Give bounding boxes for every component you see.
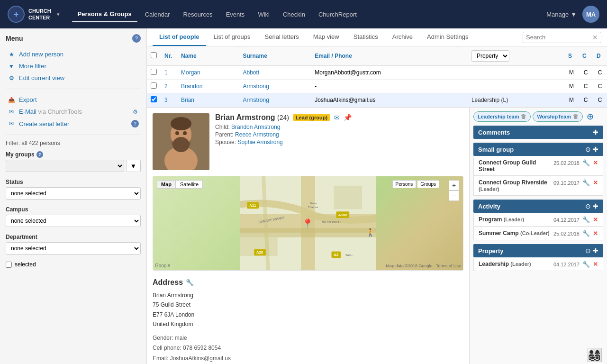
groups-select[interactable] <box>6 160 124 172</box>
nav-persons-groups[interactable]: Persons & Groups <box>72 7 137 22</box>
selected-checkbox[interactable] <box>6 262 12 268</box>
address-wrench-icon[interactable]: 🔧 <box>186 279 194 286</box>
activity-add-icon[interactable]: ✚ <box>593 202 598 210</box>
search-clear-icon[interactable]: ✕ <box>592 34 598 41</box>
department-select[interactable]: none selected <box>6 242 141 255</box>
manage-button[interactable]: Manage ▼ <box>546 11 577 18</box>
row-checkbox[interactable] <box>151 82 157 89</box>
th-email-phone[interactable]: Email / Phone <box>311 46 468 66</box>
svg-point-9 <box>171 117 191 130</box>
persons-btn[interactable]: Persons <box>392 180 417 188</box>
more-filter-menu-item[interactable]: ▼ More filter <box>6 60 141 72</box>
property-collapse-icon[interactable]: ⊙ <box>585 247 591 255</box>
tab-archive[interactable]: Archive <box>386 28 419 46</box>
small-group-panel-section[interactable]: Small group ⊙ ✚ <box>473 143 603 156</box>
row-checkbox[interactable] <box>151 96 157 102</box>
th-surname[interactable]: Surname <box>239 46 311 66</box>
map-btn[interactable]: Map <box>157 180 176 189</box>
property-select[interactable]: Property <box>471 50 509 62</box>
nav-churchreport[interactable]: ChurchReport <box>313 7 362 22</box>
activity-edit-icon[interactable]: 🔧 <box>582 230 590 237</box>
small-group-edit-icon[interactable]: 🔧 <box>582 179 590 186</box>
logo-dropdown-icon[interactable]: ▼ <box>56 12 61 17</box>
serial-help-icon[interactable]: ? <box>131 120 139 127</box>
zoom-out-btn[interactable]: − <box>449 191 459 201</box>
logo-area[interactable]: + CHURCH CENTER ▼ <box>8 6 61 23</box>
activity-delete-icon[interactable]: ✕ <box>593 216 598 223</box>
comments-add-icon[interactable]: ✚ <box>593 128 598 136</box>
th-s: S <box>564 46 579 66</box>
tab-map-view[interactable]: Map view <box>307 28 346 46</box>
spouse-link[interactable]: Sophie Armstrong <box>237 139 282 146</box>
activity-edit-icon[interactable]: 🔧 <box>582 216 590 223</box>
small-group-delete-icon[interactable]: ✕ <box>593 159 598 166</box>
serial-letter-menu-item[interactable]: ✉ Create serial letter ? <box>6 118 141 130</box>
child-link[interactable]: Brandon Armstrong <box>231 124 280 130</box>
nav-calendar[interactable]: Calendar <box>139 7 176 22</box>
property-edit-icon[interactable]: 🔧 <box>582 261 590 268</box>
leadership-tag-delete[interactable]: 🗑 <box>521 113 526 120</box>
person-email-icon[interactable]: ✉ <box>334 114 340 121</box>
add-group-tag-icon[interactable]: ⊕ <box>587 111 594 122</box>
add-person-menu-item[interactable]: ★ Add new person <box>6 48 141 60</box>
comments-section-title: Comments <box>478 129 510 136</box>
row-surname-link[interactable]: Abbott <box>243 69 259 76</box>
zoom-in-btn[interactable]: + <box>449 180 459 191</box>
groups-btn[interactable]: Groups <box>417 180 439 188</box>
small-group-add-icon[interactable]: ✚ <box>593 146 598 153</box>
sidebar-help-icon[interactable]: ? <box>132 34 141 43</box>
property-add-icon[interactable]: ✚ <box>593 247 598 255</box>
nav-events[interactable]: Events <box>220 7 251 22</box>
groups-help-icon[interactable]: ? <box>36 151 43 158</box>
person-more-icon[interactable]: 📌 <box>344 114 352 121</box>
user-avatar[interactable]: MA <box>582 6 599 23</box>
campus-select[interactable]: none selected <box>6 215 141 227</box>
google-logo: Google <box>155 263 170 268</box>
row-name-link[interactable]: Brian <box>181 97 194 103</box>
nav-checkin[interactable]: Checkin <box>277 7 311 22</box>
tab-serial-letters[interactable]: Serial letters <box>258 28 306 46</box>
status-select[interactable]: none selected <box>6 187 141 200</box>
manage-dropdown-icon: ▼ <box>571 11 577 18</box>
th-name[interactable]: Name <box>177 46 239 66</box>
row-checkbox-cell <box>147 66 161 80</box>
row-name-link[interactable]: Morgan <box>181 69 200 76</box>
comments-panel-section[interactable]: Comments ✚ <box>473 126 603 139</box>
small-group-edit-icon[interactable]: 🔧 <box>582 159 590 166</box>
small-group-role: (Leader) <box>479 186 499 192</box>
table-row[interactable]: 1 Morgan Abbott MorganAbbott@gustr.com M… <box>147 66 607 80</box>
row-name-link[interactable]: Brandon <box>181 83 202 90</box>
search-input[interactable] <box>526 34 592 41</box>
worship-tag-delete[interactable]: 🗑 <box>573 113 579 120</box>
email-settings-icon[interactable]: ⚙ <box>131 109 139 115</box>
export-menu-item[interactable]: 📤 Export <box>6 94 141 106</box>
table-row[interactable]: 3 Brian Armstrong JoshuaAtkins@gmail.us … <box>147 93 607 107</box>
row-surname-link[interactable]: Armstrong <box>243 83 269 90</box>
tab-list-of-groups[interactable]: List of groups <box>207 28 257 46</box>
tab-list-of-people[interactable]: List of people <box>153 28 206 46</box>
email-menu-item[interactable]: ✉ E-Mail via ChurchTools ⚙ <box>6 106 141 118</box>
activity-delete-icon[interactable]: ✕ <box>593 230 598 237</box>
small-group-delete-icon[interactable]: ✕ <box>593 179 598 186</box>
row-nr-link[interactable]: 1 <box>164 69 168 76</box>
row-checkbox[interactable] <box>151 69 157 75</box>
satellite-btn[interactable]: Satellite <box>176 180 203 189</box>
tab-admin-settings[interactable]: Admin Settings <box>420 28 475 46</box>
groups-dropdown-btn[interactable]: ▼ <box>126 160 141 172</box>
parent-link[interactable]: Reece Armstrong <box>235 131 279 138</box>
select-all-checkbox[interactable] <box>151 52 157 58</box>
table-row[interactable]: 2 Brandon Armstrong - M C C <box>147 80 607 93</box>
row-nr-link[interactable]: 3 <box>164 97 168 103</box>
property-delete-icon[interactable]: ✕ <box>593 261 598 268</box>
property-panel-section[interactable]: Property ⊙ ✚ <box>473 244 603 257</box>
tab-statistics[interactable]: Statistics <box>347 28 385 46</box>
nav-resources[interactable]: Resources <box>177 7 218 22</box>
edit-view-menu-item[interactable]: ⚙ Edit current view <box>6 72 141 84</box>
row-surname-link[interactable]: Armstrong <box>243 97 269 103</box>
row-nr-link[interactable]: 2 <box>164 83 168 90</box>
detail-left: 👨‍👩‍👧‍👦 Brian Armstrong (24) Lead (group… <box>147 108 470 364</box>
small-group-collapse-icon[interactable]: ⊙ <box>585 146 591 153</box>
nav-wiki[interactable]: Wiki <box>252 7 275 22</box>
activity-panel-section[interactable]: Activity ⊙ ✚ <box>473 200 603 213</box>
activity-collapse-icon[interactable]: ⊙ <box>585 202 591 210</box>
